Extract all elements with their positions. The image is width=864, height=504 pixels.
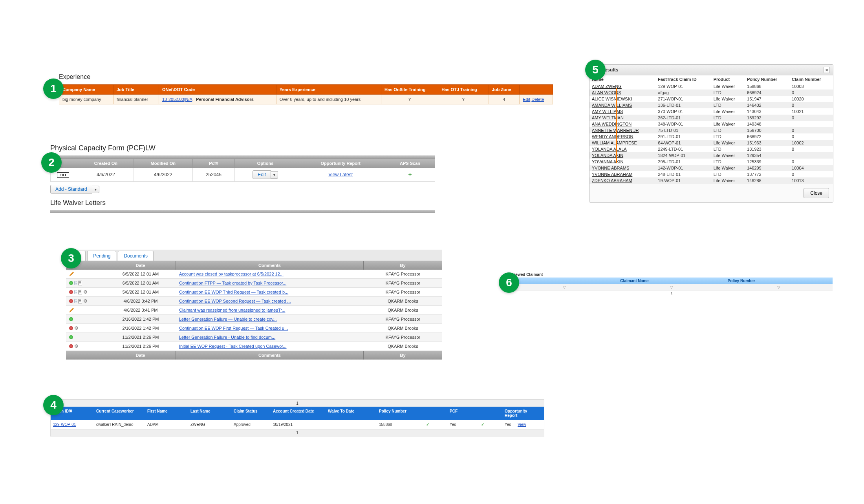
result-product: LTD (711, 171, 745, 177)
note-date: 11/2/2021 2:26 PM (105, 333, 176, 341)
notes-row: ⎘⚙5/6/2022 12:01 AMContinuation EE WOP T… (66, 288, 442, 297)
result-policy: 143043 (745, 108, 789, 115)
result-product: LTD (711, 159, 745, 165)
close-icon[interactable]: ✕ (824, 67, 830, 73)
add-aps-icon[interactable]: ＋ (407, 171, 413, 177)
result-name-link[interactable]: WILLIAM ALAMPRESE (592, 141, 637, 145)
search-results-header: rch Results ✕ (589, 65, 833, 75)
result-product: LTD (711, 102, 745, 108)
pcf-col-modified: Modified On (134, 159, 192, 168)
pcf-col-num: Pcf# (192, 159, 234, 168)
claim-id-link[interactable]: 129-WOP-01 (53, 422, 76, 427)
rv-filter-id[interactable]: ▽ (511, 284, 618, 290)
note-link[interactable]: Initial EE WOP Request - Task Created up… (179, 344, 287, 349)
tab-pending[interactable]: Pending (87, 251, 116, 261)
notes-col-comments: Comments (176, 261, 364, 270)
note-link[interactable]: Letter Generation Failure — Unable to cr… (179, 317, 277, 321)
note-link[interactable]: Letter Generation Failure - Unable to fi… (179, 335, 275, 340)
exp-col-otj: Has OTJ Training (438, 85, 489, 95)
result-ft: 248-LTD-01 (655, 171, 711, 177)
note-link[interactable]: Continuation EE WOP First Request — Task… (179, 326, 288, 331)
experience-panel: Experience Company Name Job Title ONet\D… (59, 73, 553, 119)
search-result-row: ADAM ZWENG129-WOP-01Life Waiver158868100… (589, 83, 833, 89)
edit-button[interactable]: Edit (253, 170, 271, 179)
callout-3-num: 3 (68, 252, 74, 265)
result-name-link[interactable]: AMY WELTMAN (592, 115, 624, 120)
result-name-link[interactable]: YVONNE ABRAMS (592, 166, 629, 170)
note-link[interactable]: Continuation FTPP — Task created by Task… (179, 281, 286, 285)
result-name-link[interactable]: AMANDA WILLIAMS (592, 103, 632, 108)
view-link[interactable]: View (518, 422, 526, 427)
callout-5-num: 5 (592, 64, 599, 76)
result-product: Life Waiver (711, 140, 745, 146)
result-product: Life Waiver (711, 152, 745, 159)
ch-caseworker: Current Caseworker (94, 407, 145, 420)
ch-policy: Policy Number (377, 407, 424, 420)
pcf-col-aps: APS Scan (385, 159, 435, 168)
note-comment: Initial EE WOP Request - Task Created up… (176, 342, 364, 351)
pcf-created: 4/6/2022 (78, 168, 134, 182)
result-name-link[interactable]: YOLANDA ALALA (592, 147, 627, 152)
result-name-link[interactable]: ZDENKO ABRAHAM (592, 178, 632, 183)
note-link[interactable]: Account was closed by taskprocessor at 6… (179, 272, 284, 276)
note-link[interactable]: Claimant was reassigned from unassigned … (179, 308, 285, 312)
search-result-row: ANA WEDDINGTON348-WOP-01Life Waiver14934… (589, 121, 833, 127)
search-result-row: ANNETTE WARREN JR75-LTD-01LTD1567000 (589, 127, 833, 133)
result-name-link[interactable]: AMY WILLIAMS (592, 109, 623, 114)
note-comment: Continuation EE WOP Second Request — Tas… (176, 297, 364, 305)
delete-link[interactable]: Delete (531, 97, 544, 102)
view-latest-link[interactable]: View Latest (328, 172, 353, 177)
search-result-row: ZDENKO ABRAHAM19-WOP-01Life Waiver146288… (589, 177, 833, 184)
cr-pcf: Yes (447, 420, 479, 429)
rv-filter-policy[interactable]: ▽ (725, 284, 833, 290)
result-name-link[interactable]: ANA WEDDINGTON (592, 122, 632, 126)
result-policy: 158868 (745, 83, 789, 89)
result-name-link[interactable]: WENDY ANDERSON (592, 134, 633, 139)
result-policy: 146288 (745, 177, 789, 184)
result-name-link[interactable]: ADAM ZWENG (592, 84, 622, 89)
ch-acct: Account Created Date (271, 407, 326, 420)
note-date: 4/6/2022 3:41 PM (105, 306, 176, 314)
add-standard-dropdown[interactable]: ▾ (92, 186, 99, 193)
notes-row: ⚙11/2/2021 2:26 PMInitial EE WOP Request… (66, 342, 442, 351)
rv-filter-name[interactable]: ▽ (618, 284, 725, 290)
result-name-link[interactable]: YOLANDA AKIN (592, 153, 623, 158)
exp-col-company: Company Name (59, 85, 113, 95)
note-link[interactable]: Continuation EE WOP Third Request — Task… (179, 290, 288, 294)
pager-top: 1 (51, 400, 544, 407)
note-date: 11/2/2021 2:26 PM (105, 342, 176, 351)
edit-dropdown-arrow[interactable]: ▾ (271, 171, 278, 179)
cr-claimid: 129-WOP-01 (51, 420, 94, 429)
result-name-link[interactable]: ALICE WISNIEWSKI (592, 97, 632, 101)
notes-col-date: Date (105, 261, 176, 270)
result-name-link[interactable]: YOVANNA AKIN (592, 159, 624, 164)
tab-documents[interactable]: Documents (118, 251, 154, 261)
exp-years: Over 8 years, up to and including 10 yea… (276, 95, 381, 104)
result-ft: 75-LTD-01 (655, 127, 711, 133)
note-icons: ⎘⚙ (66, 297, 105, 305)
result-claim: 0 (789, 159, 833, 165)
note-date: 6/5/2022 12:01 AM (105, 279, 176, 287)
onet-code-link[interactable]: 13-2052.00|N/A (162, 97, 192, 102)
cr-waive (326, 420, 377, 429)
note-icons: ⎘⚙ (66, 288, 105, 296)
note-comment: Continuation EE WOP First Request — Task… (176, 324, 364, 332)
gear-icon: ⚙ (83, 290, 88, 294)
result-policy: 129354 (745, 152, 789, 159)
ch-status: Claim Status (231, 407, 271, 420)
result-name-link[interactable]: YVONNE ABRAHAM (592, 172, 632, 177)
result-name-link[interactable]: ANNETTE WARREN JR (592, 128, 639, 133)
search-result-row: WENDY ANDERSON291-LTD-01LTD6689720 (589, 133, 833, 140)
note-link[interactable]: Continuation EE WOP Second Request — Tas… (179, 299, 291, 303)
callout-6-num: 6 (506, 276, 512, 289)
result-ft: 2249-LTD-01 (655, 146, 711, 152)
page-icon (78, 290, 82, 294)
rv-col-policy: Policy Number (725, 278, 833, 284)
attachment-icon: ⎘ (74, 290, 77, 294)
pcf-col-opprep: Opportunity Report (296, 159, 385, 168)
pcf-num: 252045 (192, 168, 234, 182)
add-standard-button[interactable]: Add - Standard (50, 185, 92, 194)
exp-jobtitle: financial planner (113, 95, 159, 104)
edit-link[interactable]: Edit (523, 97, 530, 102)
close-button[interactable]: Close (804, 188, 829, 198)
